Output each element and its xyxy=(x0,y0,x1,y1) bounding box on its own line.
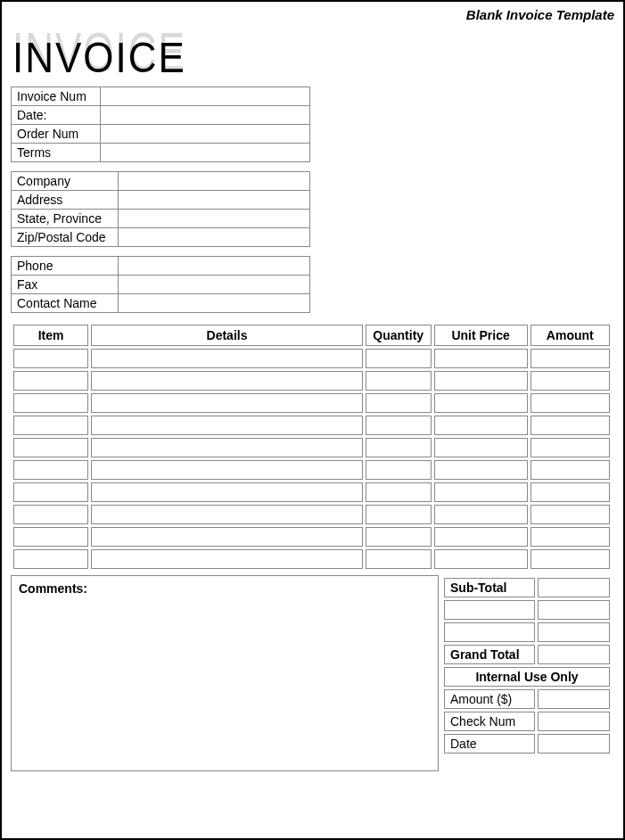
check-num-label: Check Num xyxy=(444,712,535,731)
state-label: State, Province xyxy=(12,210,119,228)
cell-amount[interactable] xyxy=(530,460,610,480)
subtotal-label: Sub-Total xyxy=(444,578,535,597)
cell-qty[interactable] xyxy=(366,416,432,435)
table-row xyxy=(13,527,610,547)
cell-price[interactable] xyxy=(434,527,528,547)
cell-amount[interactable] xyxy=(530,549,610,569)
extra1-field[interactable] xyxy=(538,600,610,620)
cell-price[interactable] xyxy=(434,482,528,502)
contact-info-block: Phone Fax Contact Name xyxy=(11,256,310,313)
cell-amount[interactable] xyxy=(530,393,610,413)
cell-item[interactable] xyxy=(13,482,88,502)
table-row xyxy=(13,505,610,524)
totals-block: Sub-Total Grand Total Internal Use Only … xyxy=(441,575,613,771)
cell-qty[interactable] xyxy=(366,460,432,480)
phone-field[interactable] xyxy=(119,257,310,276)
cell-amount[interactable] xyxy=(530,527,610,547)
cell-details[interactable] xyxy=(91,393,363,413)
date-field[interactable] xyxy=(101,106,310,125)
col-item: Item xyxy=(13,325,88,346)
cell-amount[interactable] xyxy=(530,371,610,391)
cell-details[interactable] xyxy=(91,549,363,569)
cell-price[interactable] xyxy=(434,371,528,391)
col-unit-price: Unit Price xyxy=(434,325,528,346)
contact-name-field[interactable] xyxy=(119,294,310,313)
cell-amount[interactable] xyxy=(530,482,610,502)
terms-field[interactable] xyxy=(101,144,310,162)
cell-details[interactable] xyxy=(91,505,363,524)
cell-details[interactable] xyxy=(91,460,363,480)
cell-details[interactable] xyxy=(91,349,363,368)
company-field[interactable] xyxy=(119,172,310,191)
order-num-field[interactable] xyxy=(101,125,310,144)
cell-details[interactable] xyxy=(91,438,363,457)
cell-qty[interactable] xyxy=(366,371,432,391)
invoice-num-label: Invoice Num xyxy=(12,87,101,106)
amount-label: Amount ($) xyxy=(444,689,535,709)
cell-amount[interactable] xyxy=(530,505,610,524)
phone-label: Phone xyxy=(12,257,119,276)
cell-details[interactable] xyxy=(91,416,363,435)
items-table: Item Details Quantity Unit Price Amount xyxy=(11,322,613,572)
table-row xyxy=(13,482,610,502)
address-field[interactable] xyxy=(119,191,310,210)
cell-details[interactable] xyxy=(91,527,363,547)
internal-date-field[interactable] xyxy=(538,734,610,754)
invoice-info-block: Invoice Num Date: Order Num Terms xyxy=(11,86,310,162)
cell-qty[interactable] xyxy=(366,349,432,368)
col-details: Details xyxy=(91,325,363,346)
company-label: Company xyxy=(12,172,119,191)
cell-item[interactable] xyxy=(13,505,88,524)
cell-details[interactable] xyxy=(91,482,363,502)
fax-label: Fax xyxy=(12,276,119,294)
cell-price[interactable] xyxy=(434,349,528,368)
grandtotal-field[interactable] xyxy=(538,645,610,664)
cell-item[interactable] xyxy=(13,549,88,569)
internal-date-label: Date xyxy=(444,734,535,754)
cell-price[interactable] xyxy=(434,393,528,413)
cell-qty[interactable] xyxy=(366,527,432,547)
cell-price[interactable] xyxy=(434,416,528,435)
cell-amount[interactable] xyxy=(530,416,610,435)
address-label: Address xyxy=(12,191,119,210)
company-info-block: Company Address State, Province Zip/Post… xyxy=(11,171,310,247)
check-num-field[interactable] xyxy=(538,712,610,731)
cell-item[interactable] xyxy=(13,438,88,457)
cell-item[interactable] xyxy=(13,371,88,391)
cell-item[interactable] xyxy=(13,416,88,435)
cell-qty[interactable] xyxy=(366,505,432,524)
comments-box[interactable]: Comments: xyxy=(11,575,439,771)
extra2-label[interactable] xyxy=(444,622,535,642)
cell-price[interactable] xyxy=(434,505,528,524)
fax-field[interactable] xyxy=(119,276,310,294)
cell-amount[interactable] xyxy=(530,349,610,368)
comments-label: Comments: xyxy=(19,581,87,596)
cell-price[interactable] xyxy=(434,438,528,457)
col-quantity: Quantity xyxy=(366,325,432,346)
subtotal-field[interactable] xyxy=(538,578,610,597)
invoice-num-field[interactable] xyxy=(101,87,310,106)
cell-price[interactable] xyxy=(434,549,528,569)
cell-details[interactable] xyxy=(91,371,363,391)
cell-qty[interactable] xyxy=(366,549,432,569)
extra2-field[interactable] xyxy=(538,622,610,642)
cell-price[interactable] xyxy=(434,460,528,480)
cell-amount[interactable] xyxy=(530,438,610,457)
cell-qty[interactable] xyxy=(366,393,432,413)
order-num-label: Order Num xyxy=(12,125,101,144)
cell-qty[interactable] xyxy=(366,438,432,457)
cell-qty[interactable] xyxy=(366,482,432,502)
zip-field[interactable] xyxy=(119,228,310,247)
cell-item[interactable] xyxy=(13,349,88,368)
table-row xyxy=(13,549,610,569)
items-body xyxy=(13,349,610,569)
amount-field[interactable] xyxy=(538,689,610,709)
cell-item[interactable] xyxy=(13,393,88,413)
logo-text: INVOICE xyxy=(12,33,186,82)
zip-label: Zip/Postal Code xyxy=(12,228,119,247)
cell-item[interactable] xyxy=(13,460,88,480)
cell-item[interactable] xyxy=(13,527,88,547)
table-row xyxy=(13,349,610,368)
extra1-label[interactable] xyxy=(444,600,535,620)
state-field[interactable] xyxy=(119,210,310,228)
